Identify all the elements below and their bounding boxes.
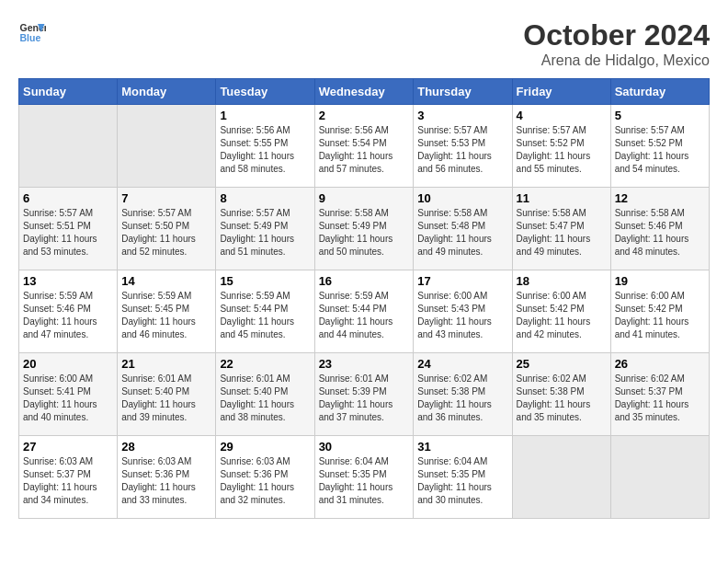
day-number: 1 — [220, 109, 310, 122]
cell-info: Sunrise: 6:04 AM Sunset: 5:35 PM Dayligh… — [319, 455, 410, 507]
day-number: 13 — [23, 274, 113, 288]
day-number: 12 — [615, 191, 705, 205]
month-title: October 2024 — [523, 18, 710, 52]
weekday-header: Sunday — [19, 79, 118, 105]
calendar-week-row: 6Sunrise: 5:57 AM Sunset: 5:51 PM Daylig… — [19, 188, 710, 270]
cell-info: Sunrise: 6:02 AM Sunset: 5:38 PM Dayligh… — [417, 373, 507, 424]
calendar-cell: 15Sunrise: 5:59 AM Sunset: 5:44 PM Dayli… — [216, 270, 314, 353]
calendar-header-row: SundayMondayTuesdayWednesdayThursdayFrid… — [19, 79, 710, 105]
cell-info: Sunrise: 5:57 AM Sunset: 5:52 PM Dayligh… — [517, 124, 607, 176]
cell-info: Sunrise: 6:01 AM Sunset: 5:39 PM Dayligh… — [319, 373, 410, 424]
day-number: 29 — [220, 440, 310, 454]
cell-info: Sunrise: 5:59 AM Sunset: 5:45 PM Dayligh… — [121, 290, 211, 341]
calendar-cell: 19Sunrise: 6:00 AM Sunset: 5:42 PM Dayli… — [610, 270, 709, 353]
day-number: 2 — [319, 109, 410, 122]
calendar-cell: 4Sunrise: 5:57 AM Sunset: 5:52 PM Daylig… — [512, 105, 610, 188]
day-number: 16 — [319, 274, 410, 288]
day-number: 10 — [417, 191, 507, 205]
cell-info: Sunrise: 6:03 AM Sunset: 5:36 PM Dayligh… — [121, 455, 211, 507]
day-number: 11 — [517, 191, 607, 205]
weekday-header: Thursday — [414, 79, 512, 105]
calendar-week-row: 1Sunrise: 5:56 AM Sunset: 5:55 PM Daylig… — [19, 105, 710, 188]
cell-info: Sunrise: 6:01 AM Sunset: 5:40 PM Dayligh… — [220, 373, 310, 424]
day-number: 31 — [417, 440, 507, 454]
calendar-cell: 10Sunrise: 5:58 AM Sunset: 5:48 PM Dayli… — [414, 188, 512, 270]
svg-text:Blue: Blue — [20, 32, 41, 43]
calendar-cell — [610, 436, 709, 519]
cell-info: Sunrise: 5:59 AM Sunset: 5:46 PM Dayligh… — [23, 290, 113, 341]
calendar-cell: 3Sunrise: 5:57 AM Sunset: 5:53 PM Daylig… — [414, 105, 512, 188]
weekday-header: Friday — [512, 79, 610, 105]
calendar-cell: 31Sunrise: 6:04 AM Sunset: 5:35 PM Dayli… — [414, 436, 512, 519]
calendar-cell: 26Sunrise: 6:02 AM Sunset: 5:37 PM Dayli… — [610, 353, 709, 436]
cell-info: Sunrise: 6:04 AM Sunset: 5:35 PM Dayligh… — [417, 455, 507, 507]
cell-info: Sunrise: 5:56 AM Sunset: 5:54 PM Dayligh… — [319, 124, 410, 176]
cell-info: Sunrise: 5:57 AM Sunset: 5:52 PM Dayligh… — [615, 124, 705, 176]
day-number: 19 — [615, 274, 705, 288]
cell-info: Sunrise: 5:57 AM Sunset: 5:50 PM Dayligh… — [121, 207, 211, 259]
calendar-cell — [19, 105, 118, 188]
cell-info: Sunrise: 5:56 AM Sunset: 5:55 PM Dayligh… — [220, 124, 310, 176]
cell-info: Sunrise: 5:57 AM Sunset: 5:53 PM Dayligh… — [417, 124, 507, 176]
cell-info: Sunrise: 5:58 AM Sunset: 5:46 PM Dayligh… — [615, 207, 705, 259]
calendar-cell: 16Sunrise: 5:59 AM Sunset: 5:44 PM Dayli… — [314, 270, 414, 353]
calendar-cell: 20Sunrise: 6:00 AM Sunset: 5:41 PM Dayli… — [19, 353, 118, 436]
day-number: 23 — [319, 357, 410, 371]
calendar-week-row: 27Sunrise: 6:03 AM Sunset: 5:37 PM Dayli… — [19, 436, 710, 519]
calendar-cell: 24Sunrise: 6:02 AM Sunset: 5:38 PM Dayli… — [414, 353, 512, 436]
calendar-cell: 18Sunrise: 6:00 AM Sunset: 5:42 PM Dayli… — [512, 270, 610, 353]
day-number: 25 — [517, 357, 607, 371]
cell-info: Sunrise: 5:57 AM Sunset: 5:51 PM Dayligh… — [23, 207, 113, 259]
calendar-cell: 25Sunrise: 6:02 AM Sunset: 5:38 PM Dayli… — [512, 353, 610, 436]
calendar-cell: 21Sunrise: 6:01 AM Sunset: 5:40 PM Dayli… — [118, 353, 216, 436]
day-number: 20 — [23, 357, 113, 371]
cell-info: Sunrise: 5:59 AM Sunset: 5:44 PM Dayligh… — [319, 290, 410, 341]
day-number: 18 — [517, 274, 607, 288]
calendar-cell: 27Sunrise: 6:03 AM Sunset: 5:37 PM Dayli… — [19, 436, 118, 519]
day-number: 7 — [121, 191, 211, 205]
page-header: General Blue October 2024 Arena de Hidal… — [18, 18, 710, 69]
calendar-week-row: 13Sunrise: 5:59 AM Sunset: 5:46 PM Dayli… — [19, 270, 710, 353]
cell-info: Sunrise: 6:00 AM Sunset: 5:42 PM Dayligh… — [517, 290, 607, 341]
cell-info: Sunrise: 6:03 AM Sunset: 5:37 PM Dayligh… — [23, 455, 113, 507]
cell-info: Sunrise: 6:00 AM Sunset: 5:43 PM Dayligh… — [417, 290, 507, 341]
calendar-cell: 22Sunrise: 6:01 AM Sunset: 5:40 PM Dayli… — [216, 353, 314, 436]
cell-info: Sunrise: 6:00 AM Sunset: 5:42 PM Dayligh… — [615, 290, 705, 341]
calendar-cell: 6Sunrise: 5:57 AM Sunset: 5:51 PM Daylig… — [19, 188, 118, 270]
calendar-cell: 30Sunrise: 6:04 AM Sunset: 5:35 PM Dayli… — [314, 436, 414, 519]
cell-info: Sunrise: 5:58 AM Sunset: 5:47 PM Dayligh… — [517, 207, 607, 259]
cell-info: Sunrise: 6:03 AM Sunset: 5:36 PM Dayligh… — [220, 455, 310, 507]
day-number: 22 — [220, 357, 310, 371]
logo-icon: General Blue — [18, 18, 46, 46]
calendar-cell: 8Sunrise: 5:57 AM Sunset: 5:49 PM Daylig… — [216, 188, 314, 270]
calendar-cell: 1Sunrise: 5:56 AM Sunset: 5:55 PM Daylig… — [216, 105, 314, 188]
calendar-week-row: 20Sunrise: 6:00 AM Sunset: 5:41 PM Dayli… — [19, 353, 710, 436]
calendar-cell: 11Sunrise: 5:58 AM Sunset: 5:47 PM Dayli… — [512, 188, 610, 270]
cell-info: Sunrise: 6:01 AM Sunset: 5:40 PM Dayligh… — [121, 373, 211, 424]
day-number: 4 — [517, 109, 607, 122]
day-number: 6 — [23, 191, 113, 205]
day-number: 5 — [615, 109, 705, 122]
weekday-header: Monday — [118, 79, 216, 105]
weekday-header: Wednesday — [314, 79, 414, 105]
calendar-cell: 5Sunrise: 5:57 AM Sunset: 5:52 PM Daylig… — [610, 105, 709, 188]
logo: General Blue — [18, 18, 46, 46]
weekday-header: Tuesday — [216, 79, 314, 105]
calendar-table: SundayMondayTuesdayWednesdayThursdayFrid… — [18, 78, 710, 519]
calendar-body: 1Sunrise: 5:56 AM Sunset: 5:55 PM Daylig… — [19, 105, 710, 519]
cell-info: Sunrise: 6:02 AM Sunset: 5:37 PM Dayligh… — [615, 373, 705, 424]
calendar-cell: 14Sunrise: 5:59 AM Sunset: 5:45 PM Dayli… — [118, 270, 216, 353]
day-number: 17 — [417, 274, 507, 288]
day-number: 28 — [121, 440, 211, 454]
cell-info: Sunrise: 5:58 AM Sunset: 5:49 PM Dayligh… — [319, 207, 410, 259]
calendar-cell: 7Sunrise: 5:57 AM Sunset: 5:50 PM Daylig… — [118, 188, 216, 270]
cell-info: Sunrise: 6:00 AM Sunset: 5:41 PM Dayligh… — [23, 373, 113, 424]
day-number: 24 — [417, 357, 507, 371]
location: Arena de Hidalgo, Mexico — [523, 52, 710, 69]
day-number: 15 — [220, 274, 310, 288]
calendar-cell: 2Sunrise: 5:56 AM Sunset: 5:54 PM Daylig… — [314, 105, 414, 188]
day-number: 14 — [121, 274, 211, 288]
calendar-cell: 29Sunrise: 6:03 AM Sunset: 5:36 PM Dayli… — [216, 436, 314, 519]
day-number: 26 — [615, 357, 705, 371]
day-number: 21 — [121, 357, 211, 371]
